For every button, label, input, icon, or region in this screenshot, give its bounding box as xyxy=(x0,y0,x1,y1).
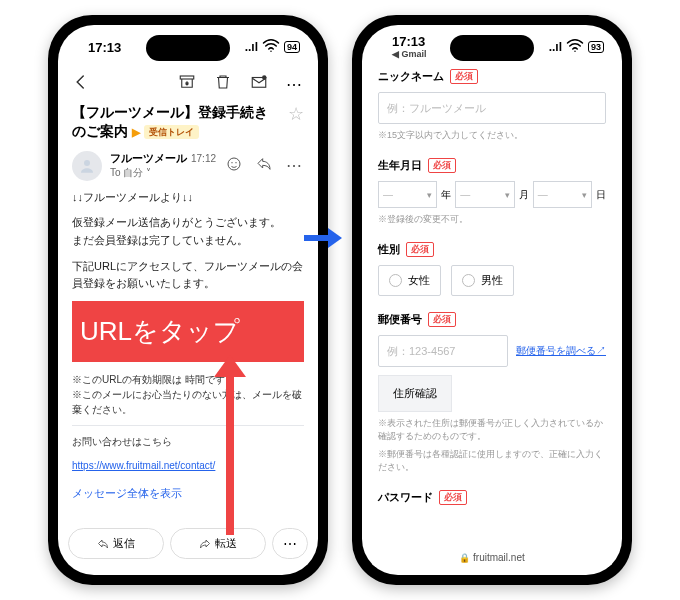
sender-name: フルーツメール xyxy=(110,152,187,164)
contact-label: お問い合わせはこちら xyxy=(72,434,304,449)
wifi-icon xyxy=(566,37,584,58)
required-badge: 必須 xyxy=(428,312,456,327)
contact-link[interactable]: https://www.fruitmail.net/contact/ xyxy=(72,460,215,471)
required-badge: 必須 xyxy=(406,242,434,257)
battery-icon: 94 xyxy=(284,41,300,53)
body-p2: まだ会員登録は完了していません。 xyxy=(72,234,248,246)
radio-icon xyxy=(462,274,475,287)
month-unit: 月 xyxy=(519,188,529,202)
zip-label: 郵便番号 xyxy=(378,312,422,327)
archive-icon[interactable] xyxy=(178,73,196,95)
reply-bar: 返信 転送 ⋯ xyxy=(58,522,318,565)
mail-body: ↓↓フルーツメールより↓↓ 仮登録メール送信ありがとうございます。まだ会員登録は… xyxy=(58,189,318,503)
signal-icon: ..ıl xyxy=(245,40,258,54)
status-time: 17:13 xyxy=(392,35,425,48)
svg-point-4 xyxy=(228,158,240,170)
zip-hint1: ※表示された住所は郵便番号が正しく入力されているか確認するためのものです。 xyxy=(378,417,606,443)
body-p3: 下記URLにアクセスして、フルーツメールの会員登録をお願いいたします。 xyxy=(72,258,304,293)
email-subject: 【フルーツメール】登録手続きのご案内 ▶受信トレイ xyxy=(72,103,280,141)
nickname-hint: ※15文字以内で入力してください。 xyxy=(378,129,606,142)
birth-month-select[interactable]: —▾ xyxy=(455,181,514,208)
birth-label: 生年月日 xyxy=(378,158,422,173)
show-all-link[interactable]: メッセージ全体を表示 xyxy=(72,485,182,503)
body-greeting: ↓↓フルーツメールより↓↓ xyxy=(72,189,304,207)
avatar[interactable] xyxy=(72,151,102,181)
note1: ※このURLの有効期限は 時間です。 xyxy=(72,374,235,385)
zip-lookup-link[interactable]: 郵便番号を調べる↗ xyxy=(516,344,606,358)
gender-label: 性別 xyxy=(378,242,400,257)
password-label: パスワード xyxy=(378,490,433,505)
nickname-label: ニックネーム xyxy=(378,69,444,84)
more-actions-button[interactable]: ⋯ xyxy=(272,528,308,559)
svg-point-5 xyxy=(231,162,232,163)
male-label: 男性 xyxy=(481,273,503,288)
forward-button[interactable]: 転送 xyxy=(170,528,266,559)
trash-icon[interactable] xyxy=(214,73,232,95)
inbox-badge[interactable]: 受信トレイ xyxy=(144,125,199,139)
back-to-gmail[interactable]: ◀ Gmail xyxy=(392,50,427,59)
phone-right-screen: 17:13 ◀ Gmail ..ıl 93 ニックネーム 必須 ※15文字以内で… xyxy=(362,25,622,575)
reply-button[interactable]: 返信 xyxy=(68,528,164,559)
battery-icon: 93 xyxy=(588,41,604,53)
zip-hint2: ※郵便番号は各種認証に使用しますので、正確に入力ください。 xyxy=(378,448,606,474)
external-icon: ↗ xyxy=(596,345,606,356)
birth-year-select[interactable]: —▾ xyxy=(378,181,437,208)
svg-point-6 xyxy=(235,162,236,163)
url-text: fruitmail.net xyxy=(473,552,525,563)
reply-label: 返信 xyxy=(113,536,135,551)
birth-section: 生年月日 必須 —▾ 年 —▾ 月 —▾ 日 ※登録後の変更不可。 xyxy=(378,158,606,226)
svg-point-2 xyxy=(262,75,267,80)
notch xyxy=(450,35,534,61)
smile-icon[interactable] xyxy=(226,156,242,176)
star-icon[interactable]: ☆ xyxy=(288,103,304,125)
nickname-section: ニックネーム 必須 ※15文字以内で入力してください。 xyxy=(378,69,606,142)
gender-male-radio[interactable]: 男性 xyxy=(451,265,514,296)
female-label: 女性 xyxy=(408,273,430,288)
sender-to[interactable]: To 自分 ˅ xyxy=(110,166,218,180)
year-unit: 年 xyxy=(441,188,451,202)
notch xyxy=(146,35,230,61)
birth-day-select[interactable]: —▾ xyxy=(533,181,592,208)
sender-time: 17:12 xyxy=(191,153,216,164)
back-icon[interactable] xyxy=(72,73,90,95)
step-arrow-icon xyxy=(304,228,342,248)
radio-icon xyxy=(389,274,402,287)
body-p1: 仮登録メール送信ありがとうございます。 xyxy=(72,216,281,228)
svg-rect-0 xyxy=(180,76,194,79)
registration-form: ニックネーム 必須 ※15文字以内で入力してください。 生年月日 必須 —▾ 年… xyxy=(362,69,622,505)
phone-left-screen: 17:13 ..ıl 94 xyxy=(58,25,318,575)
more-icon[interactable]: ⋯ xyxy=(286,75,304,94)
phone-left: 17:13 ..ıl 94 xyxy=(48,15,328,585)
reply-icon[interactable] xyxy=(256,156,272,176)
svg-point-3 xyxy=(84,160,90,166)
browser-url-bar[interactable]: 🔒 fruitmail.net xyxy=(372,548,612,567)
phone-right: 17:13 ◀ Gmail ..ıl 93 ニックネーム 必須 ※15文字以内で… xyxy=(352,15,632,585)
gender-female-radio[interactable]: 女性 xyxy=(378,265,441,296)
zip-section: 郵便番号 必須 郵便番号を調べる↗ 住所確認 ※表示された住所は郵便番号が正しく… xyxy=(378,312,606,474)
url-tap-highlight[interactable]: URLをタップ xyxy=(72,301,304,363)
forward-label: 転送 xyxy=(215,536,237,551)
signal-icon: ..ıl xyxy=(549,40,562,54)
password-section: パスワード 必須 xyxy=(378,490,606,505)
required-badge: 必須 xyxy=(439,490,467,505)
more-icon-sender[interactable]: ⋯ xyxy=(286,156,304,176)
required-badge: 必須 xyxy=(428,158,456,173)
nickname-input[interactable] xyxy=(378,92,606,124)
wifi-icon xyxy=(262,37,280,58)
gender-section: 性別 必須 女性 男性 xyxy=(378,242,606,296)
gmail-toolbar: ⋯ xyxy=(58,69,318,101)
address-confirm-button[interactable]: 住所確認 xyxy=(378,375,452,412)
day-unit: 日 xyxy=(596,188,606,202)
birth-hint: ※登録後の変更不可。 xyxy=(378,213,606,226)
status-time: 17:13 xyxy=(88,40,121,55)
note2: ※このメールにお心当たりのない方は、メールを破棄ください。 xyxy=(72,389,302,415)
divider xyxy=(72,425,304,426)
zip-input[interactable] xyxy=(378,335,508,367)
mark-unread-icon[interactable] xyxy=(250,73,268,95)
sender-row: フルーツメール17:12 To 自分 ˅ ⋯ xyxy=(58,147,318,189)
required-badge: 必須 xyxy=(450,69,478,84)
